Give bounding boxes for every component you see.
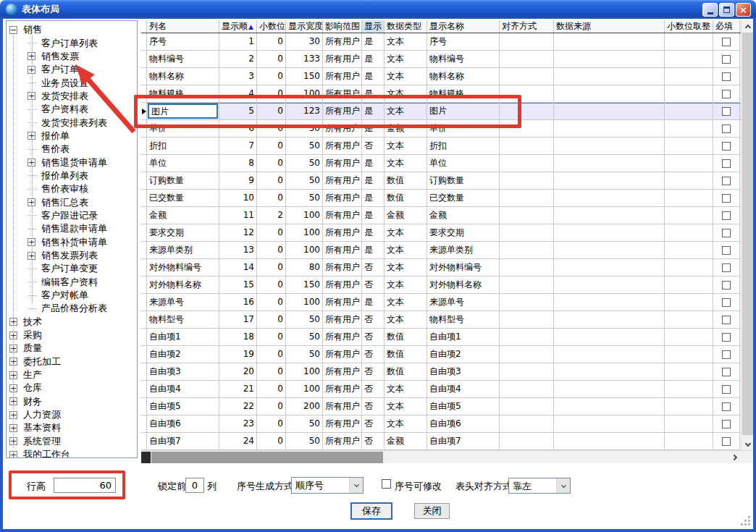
cell-name[interactable]: 序号 [147, 33, 219, 51]
cell-width[interactable]: 80 [286, 259, 323, 276]
cell-display[interactable]: 自由项5 [427, 398, 500, 415]
cell-display[interactable]: 物料编号 [427, 51, 500, 68]
cell-type[interactable]: 文本 [385, 259, 427, 276]
cell-scope[interactable]: 所有用户 [323, 172, 362, 190]
expand-icon[interactable]: + [28, 159, 35, 166]
column-header-show[interactable]: 显示 [362, 20, 385, 33]
cell-required[interactable] [713, 103, 740, 120]
cell-name[interactable]: 已交数量 [147, 190, 219, 207]
cell-show[interactable]: 是 [362, 103, 385, 120]
cell-type[interactable]: 文本 [385, 85, 427, 103]
cell-display[interactable]: 物料名称 [427, 68, 500, 85]
cell-display[interactable]: 自由项1 [427, 329, 500, 346]
cell-round[interactable] [665, 398, 713, 415]
cell-source[interactable] [554, 276, 665, 294]
grid-row[interactable]: 单位8050所有用户是文本单位 [141, 155, 753, 172]
horizontal-scroll-thumb[interactable] [151, 452, 383, 463]
column-header-type[interactable]: 数据类型 [385, 20, 427, 33]
cell-width[interactable]: 30 [286, 33, 323, 51]
cell-show[interactable]: 否 [362, 259, 385, 276]
cell-required[interactable] [713, 311, 740, 329]
cell-decimals[interactable]: 0 [257, 33, 286, 51]
cell-order[interactable]: 12 [219, 224, 257, 242]
cell-order[interactable]: 20 [219, 363, 257, 381]
cell-round[interactable] [665, 33, 713, 51]
required-checkbox[interactable] [722, 124, 731, 133]
cell-width[interactable]: 50 [286, 172, 323, 190]
cell-order[interactable]: 19 [219, 346, 257, 363]
cell-order[interactable]: 8 [219, 155, 257, 172]
tree-item[interactable]: −销售 [7, 23, 137, 36]
cell-display[interactable]: 已交数量 [427, 190, 500, 207]
tree-item[interactable]: 销售退款申请单 [7, 222, 137, 235]
cell-type[interactable]: 文本 [385, 138, 427, 155]
cell-display[interactable]: 自由项6 [427, 415, 500, 433]
tree-item[interactable]: 编辑客户资料 [7, 276, 137, 289]
cell-required[interactable] [713, 172, 740, 190]
cell-source[interactable] [554, 346, 665, 363]
cell-type[interactable]: 金额 [385, 207, 427, 224]
cell-scope[interactable]: 所有用户 [323, 329, 362, 346]
cell-editor[interactable]: 图片 [148, 104, 218, 119]
cell-decimals[interactable]: 0 [257, 172, 286, 190]
cell-show[interactable]: 否 [362, 329, 385, 346]
maximize-button[interactable] [719, 3, 734, 17]
cell-order[interactable]: 23 [219, 415, 257, 433]
required-checkbox[interactable] [722, 350, 731, 359]
cell-show[interactable]: 是 [362, 51, 385, 68]
cell-align[interactable] [500, 190, 554, 207]
header-align-dropdown-button[interactable] [556, 478, 570, 493]
tree-item[interactable]: +报价单 [7, 130, 137, 143]
cell-scope[interactable]: 所有用户 [323, 311, 362, 329]
grid-row[interactable]: 自由项118050所有用户否数值自由项1 [141, 329, 753, 346]
cell-width[interactable]: 50 [286, 155, 323, 172]
cell-decimals[interactable]: 0 [257, 381, 286, 398]
cell-name[interactable]: 自由项5 [147, 398, 219, 415]
cell-width[interactable]: 50 [286, 415, 323, 433]
expand-icon[interactable]: + [9, 332, 17, 339]
serial-editable-checkbox[interactable] [382, 479, 391, 489]
expand-icon[interactable]: + [28, 66, 35, 74]
cell-decimals[interactable]: 0 [257, 433, 286, 450]
tree-item[interactable]: +财务 [7, 395, 137, 408]
cell-order[interactable]: 21 [219, 381, 257, 398]
cell-round[interactable] [665, 68, 713, 85]
cell-decimals[interactable]: 0 [257, 224, 286, 242]
cell-show[interactable]: 否 [362, 346, 385, 363]
cell-round[interactable] [665, 294, 713, 311]
cell-round[interactable] [665, 120, 713, 138]
close-dialog-button[interactable]: 关闭 [414, 503, 450, 519]
cell-scope[interactable]: 所有用户 [323, 120, 362, 138]
cell-scope[interactable]: 所有用户 [323, 363, 362, 381]
cell-round[interactable] [665, 346, 713, 363]
cell-order[interactable]: 4 [219, 85, 257, 103]
cell-required[interactable] [713, 33, 740, 51]
column-header-width[interactable]: 显示宽度 [286, 20, 323, 33]
cell-width[interactable]: 50 [286, 120, 323, 138]
vertical-scrollbar[interactable] [741, 20, 753, 450]
cell-required[interactable] [713, 68, 740, 85]
cell-align[interactable] [500, 68, 554, 85]
cell-decimals[interactable]: 0 [257, 329, 286, 346]
expand-icon[interactable]: + [9, 345, 17, 352]
cell-source[interactable] [554, 51, 665, 68]
cell-type[interactable]: 金额 [385, 120, 427, 138]
grid-row[interactable]: 订购数量9050所有用户是数值订购数量 [141, 172, 753, 190]
cell-display[interactable]: 自由项3 [427, 363, 500, 381]
cell-width[interactable]: 50 [286, 329, 323, 346]
cell-type[interactable]: 数值 [385, 329, 427, 346]
tree-item[interactable]: +销售补货申请单 [7, 236, 137, 249]
cell-source[interactable] [554, 85, 665, 103]
tree-item[interactable]: 客户订单变更 [7, 262, 137, 275]
resize-grip-icon[interactable] [740, 515, 750, 525]
cell-round[interactable] [665, 224, 713, 242]
tree-item[interactable]: +销售汇总表 [7, 195, 137, 208]
cell-display[interactable]: 折扣 [427, 138, 500, 155]
grid-row[interactable]: 单价6050所有用户是金额单价 [141, 120, 753, 138]
tree-item[interactable]: +委托加工 [7, 355, 137, 368]
cell-display[interactable]: 自由项4 [427, 381, 500, 398]
cell-align[interactable] [500, 259, 554, 276]
cell-source[interactable] [554, 103, 665, 120]
vertical-scroll-thumb[interactable] [742, 33, 753, 435]
grid-row[interactable]: 物料编号20133所有用户是文本物料编号 [141, 51, 753, 68]
